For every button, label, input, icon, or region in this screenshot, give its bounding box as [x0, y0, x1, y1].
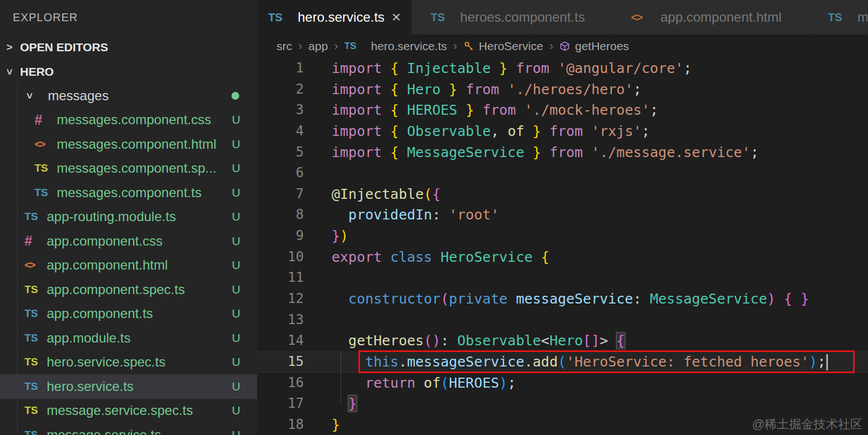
code-line-10[interactable]: 10export class HeroService { [257, 247, 868, 268]
file-label: message.service.spec.ts [47, 403, 193, 418]
html-file-icon: <> [24, 259, 47, 271]
breadcrumb-separator: › [549, 39, 553, 53]
breadcrumb-label: app [308, 40, 328, 53]
line-number: 12 [257, 289, 304, 310]
tree-file-app-routing.module.ts[interactable]: TSapp-routing.module.tsU [0, 205, 257, 229]
code-text: import { HEROES } from './mock-heroes'; [304, 100, 658, 121]
typescript-file-icon: TS [24, 307, 47, 320]
tree-file-messages.component.sp...[interactable]: TSmessages.component.sp...U [0, 157, 257, 181]
chevron-right-icon [4, 41, 14, 53]
code-line-4[interactable]: 4import { Observable, of } from 'rxjs'; [257, 121, 868, 142]
typescript-spec-file-icon: TS [24, 404, 47, 417]
tab-label: heroes.component.ts [460, 9, 585, 25]
code-line-11[interactable]: 11 [257, 267, 868, 289]
typescript-file-icon: TS [24, 429, 47, 435]
tree-file-app.component.html[interactable]: <>app.component.htmlU [0, 253, 257, 278]
section-hero[interactable]: HERO [0, 60, 257, 84]
tab-hero.service.ts[interactable]: TShero.service.ts× [257, 0, 412, 35]
tree-file-messages.component.ts[interactable]: TSmessages.component.tsU [0, 180, 257, 205]
git-untracked-badge: U [232, 162, 240, 175]
code-line-6[interactable]: 6 [257, 163, 868, 184]
breadcrumb: src›app›TShero.service.ts›HeroService›ge… [257, 35, 868, 58]
chevron-down-icon [4, 66, 14, 78]
hero-section-label: HERO [20, 65, 54, 79]
git-untracked-badge: U [232, 283, 240, 296]
method-symbol-icon [559, 41, 570, 52]
explorer-header: EXPLORER [0, 0, 257, 35]
file-label: app.module.ts [47, 330, 131, 346]
tree-file-messages.component.html[interactable]: <>messages.component.htmlU [0, 132, 257, 157]
breadcrumb-separator: › [453, 39, 457, 53]
typescript-file-icon: TS [24, 211, 47, 223]
line-number: 16 [257, 373, 304, 394]
typescript-file-icon: TS [24, 332, 47, 344]
tree-file-message.service.spec.ts[interactable]: TSmessage.service.spec.tsU [0, 399, 257, 423]
editor-area: TShero.service.ts×TSheroes.component.ts<… [257, 0, 868, 435]
code-line-1[interactable]: 1import { Injectable } from '@angular/co… [257, 58, 868, 79]
code-line-12[interactable]: 12 constructor(private messageService: M… [257, 289, 868, 310]
code-line-7[interactable]: 7@Injectable({ [257, 184, 868, 205]
line-number: 10 [257, 247, 304, 268]
code-line-15[interactable]: 15 this.messageService.add('HeroService:… [257, 351, 868, 373]
tab-heroes.component.ts[interactable]: TSheroes.component.ts [412, 0, 610, 35]
file-label: app.component.spec.ts [47, 282, 185, 297]
code-line-14[interactable]: 14 getHeroes(): Observable<Hero[]> { [257, 330, 868, 351]
code-text: import { Hero } from './heroes/hero'; [304, 79, 642, 100]
tree-file-app.component.css[interactable]: #app.component.cssU [0, 229, 257, 253]
tree-file-hero.service.ts[interactable]: TShero.service.tsU [0, 374, 257, 399]
line-number: 9 [257, 226, 304, 247]
code-line-16[interactable]: 16 return of(HEROES); [257, 373, 868, 394]
code-text: } [304, 393, 357, 414]
git-untracked-badge: U [232, 331, 240, 345]
file-label: messages.component.ts [57, 185, 201, 201]
tab-me[interactable]: TSme [813, 0, 868, 35]
tree-file-app.component.ts[interactable]: TSapp.component.tsU [0, 302, 257, 326]
html-file-icon: <> [631, 11, 653, 24]
tree-file-hero.service.spec.ts[interactable]: TShero.service.spec.tsU [0, 350, 257, 375]
breadcrumb-item-app[interactable]: app [308, 40, 328, 53]
code-line-2[interactable]: 2import { Hero } from './heroes/hero'; [257, 79, 868, 100]
open-editors-label: OPEN EDITORS [20, 41, 108, 54]
breadcrumb-item-getHeroes[interactable]: getHeroes [559, 40, 629, 53]
code-area[interactable]: 1import { Injectable } from '@angular/co… [257, 58, 868, 435]
code-line-9[interactable]: 9}) [257, 226, 868, 247]
tab-app.component.html[interactable]: <>app.component.html [610, 0, 813, 35]
code-text: getHeroes(): Observable<Hero[]> { [304, 330, 625, 351]
close-icon[interactable]: × [392, 9, 401, 25]
breadcrumb-item-HeroService[interactable]: HeroService [463, 40, 544, 53]
code-line-5[interactable]: 5import { MessageService } from './messa… [257, 142, 868, 163]
tree-file-message.service.ts[interactable]: TSmessage.service.tsU [0, 423, 257, 435]
tree-file-app.module.ts[interactable]: TSapp.module.tsU [0, 326, 257, 350]
code-text: } [304, 414, 340, 435]
breadcrumb-separator: › [334, 39, 338, 53]
code-line-3[interactable]: 3import { HEROES } from './mock-heroes'; [257, 100, 868, 121]
code-text [304, 267, 332, 289]
indent-guide [17, 84, 18, 435]
git-untracked-badge: U [232, 307, 240, 320]
code-text: }) [304, 226, 348, 247]
class-symbol-icon [463, 41, 475, 52]
line-number: 5 [257, 142, 304, 163]
code-line-13[interactable]: 13 [257, 310, 868, 331]
typescript-file-icon: TS [344, 41, 367, 52]
line-number: 7 [257, 184, 304, 205]
breadcrumb-item-hero.service.ts[interactable]: TShero.service.ts [344, 40, 447, 53]
tree-file-app.component.spec.ts[interactable]: TSapp.component.spec.tsU [0, 277, 257, 302]
line-number: 6 [257, 163, 304, 184]
code-line-17[interactable]: 17 } [257, 393, 868, 414]
code-text [304, 310, 332, 331]
tree-folder-messages[interactable]: messages [0, 84, 257, 108]
vscode-window: EXPLORER OPEN EDITORS HERO messages#mess… [0, 0, 868, 435]
code-text: import { Observable, of } from 'rxjs'; [304, 121, 650, 142]
typescript-spec-file-icon: TS [24, 284, 47, 296]
file-label: messages.component.html [57, 136, 216, 152]
file-label: hero.service.ts [47, 379, 134, 394]
breadcrumb-item-src[interactable]: src [277, 40, 292, 53]
typescript-file-icon: TS [828, 11, 850, 24]
typescript-file-icon: TS [34, 187, 57, 199]
chevron-down-icon [24, 90, 34, 102]
tree-file-messages.component.css[interactable]: #messages.component.cssU [0, 108, 257, 133]
code-line-8[interactable]: 8 providedIn: 'root' [257, 204, 868, 226]
code-text [304, 163, 332, 184]
section-open-editors[interactable]: OPEN EDITORS [0, 35, 257, 60]
